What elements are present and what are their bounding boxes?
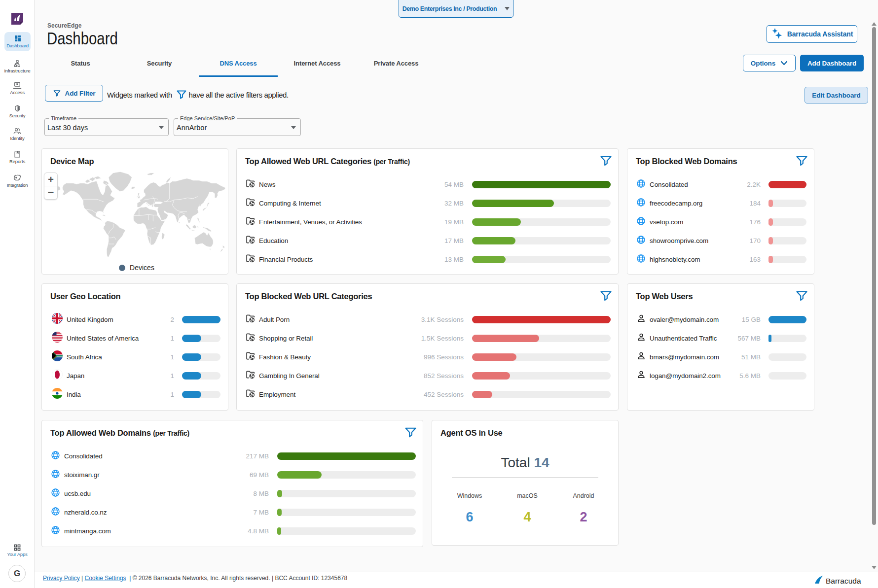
svg-text:Barracuda: Barracuda <box>826 577 861 585</box>
